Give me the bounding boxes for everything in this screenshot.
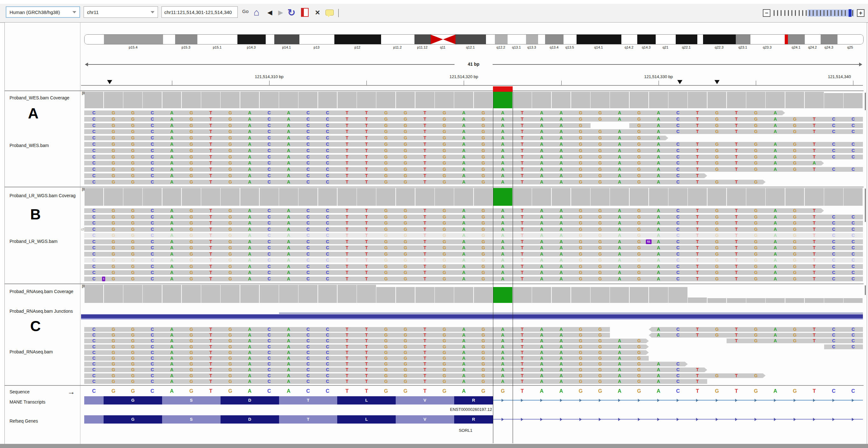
sequence-track[interactable]: CGGCAGTGACACCTTGGTGAGGTAAGGAGACTGTGAGTCC (0, 387, 868, 395)
read[interactable]: CGGCAGTGACACCTTGGTGAGATAAGGAGACTGTGAGTCC (84, 221, 863, 226)
resize-close-icon[interactable]: × (312, 7, 323, 18)
chat-bubble-icon[interactable] (324, 7, 335, 18)
ruler-marker-triangle[interactable] (714, 80, 720, 84)
zoom-tick[interactable] (831, 10, 832, 16)
zoom-tick[interactable] (795, 10, 796, 16)
read[interactable]: CGGCAGTGACACCTTGGTGAGATAAGG (84, 333, 610, 338)
zoom-current-level[interactable] (848, 9, 851, 17)
track-label-rnaseq-junctions[interactable]: Probad_RNAseq.bam Junctions (9, 309, 73, 314)
go-button[interactable]: Go (240, 8, 250, 14)
ideogram-bar[interactable] (84, 34, 864, 44)
read[interactable]: GACTGTGAGTCC (629, 123, 863, 128)
insertion-marker[interactable]: 51 (646, 239, 652, 244)
read[interactable]: CGGCAGTGACACCTTGGTGAGATAAGGAGACTGTGAGTCC (84, 264, 863, 269)
zoom-tick[interactable] (852, 10, 853, 16)
home-icon[interactable]: ⌂ (251, 7, 262, 18)
variant-region-marker[interactable] (493, 87, 513, 92)
genome-select[interactable]: Human (GRCh38/hg38) (6, 6, 80, 18)
back-icon[interactable]: ◀ (265, 7, 275, 18)
define-region-icon[interactable] (300, 7, 310, 18)
read[interactable]: CGGCAGTGACACCTTGGTGAGATAAGGAGACTGTGAGTCC (84, 270, 863, 275)
read[interactable]: CGGCAGTGACACCTTGGTGAGATAAGGAG (84, 344, 649, 349)
zoom-tick[interactable] (809, 10, 810, 16)
refresh-icon[interactable]: ↻ (286, 7, 297, 18)
insertion-marker[interactable]: I (102, 277, 105, 281)
read[interactable]: CC (824, 344, 863, 349)
read[interactable]: CGGCAGTGACACCTTGGTGAGATAAGGAGACTGTGAGTCC (84, 148, 863, 153)
read[interactable]: CGGCAGTGACACCTTGGTGAGATAAGGAGACTGTGAGTCC (84, 277, 863, 281)
read[interactable]: CGGCAGTGACACCTTGGTGAGATAAGGAGAC (84, 361, 688, 367)
read[interactable]: CGGCAGTGACACCTTGGTGAGATAAGGAGACTGTGAGTCC (84, 117, 863, 122)
mane-transcript-track[interactable]: GSDTLVR (0, 396, 868, 405)
coverage-track[interactable] (84, 92, 863, 108)
track-label-lrwgs-coverage[interactable]: Proband_LR_WGS.bam Coverag (9, 193, 75, 198)
read[interactable]: CGGCAGTGACACCTTGGTGAGATAAGGAGACTGTG (84, 180, 766, 184)
read[interactable]: CGGCAGTGACACCTTGGTGAGATAAGGAGACTGTGAGTCC (84, 227, 863, 232)
chromosome-select[interactable]: chr11 (84, 6, 158, 18)
junction-strip[interactable] (279, 312, 863, 314)
read[interactable]: CGGCAGTGACACCTTGGTGAGATAAG (84, 123, 591, 128)
zoom-tick[interactable] (824, 10, 825, 16)
zoom-tick[interactable] (774, 10, 775, 16)
read[interactable]: CGGCAGTGACACCTTGGTGAGATAAGGAGACT (84, 367, 707, 372)
zoom-tick[interactable] (838, 10, 839, 16)
read[interactable]: CGGCAGTGACACCTTGGTGAGATAAGGAGACTGTGAGTCC (84, 258, 863, 263)
zoom-slider[interactable] (773, 9, 855, 17)
zoom-tick[interactable] (802, 10, 803, 16)
read-base: C (259, 264, 279, 269)
zoom-tick[interactable] (845, 10, 846, 16)
zoom-tick[interactable] (788, 10, 789, 16)
read[interactable]: CGGCAGTGACACCTTGGTGAGATAAGGAGACTGTGAGTCC (84, 142, 863, 147)
track-label-rnaseq-coverage[interactable]: Probad_RNAseq.bam Coverage (9, 289, 73, 294)
forward-icon[interactable]: ▶ (275, 7, 286, 18)
zoom-tick[interactable] (834, 10, 835, 16)
read[interactable]: CGGCAGTGACACCTTGGTGAGATAAGGAGACTGTGAGA (84, 161, 824, 165)
read[interactable]: CGGCAGTGACACCTTGGTGAGATAAGGAGA (84, 136, 669, 140)
scrollbar-mark[interactable] (865, 93, 866, 110)
zoom-tick[interactable] (816, 10, 817, 16)
locus-input[interactable] (161, 6, 238, 18)
zoom-tick[interactable] (806, 10, 807, 16)
read[interactable]: CGGCAGTGACACCTTGGTGAGATAAGGAG (84, 356, 649, 361)
read[interactable]: CGGCAGTGACACCTTGGTGAGATAAGG (84, 327, 610, 332)
refseq-gene-track[interactable]: GSDTLVR (0, 415, 868, 424)
read[interactable]: CGGCAGTGACACCTTGGTGAGATAAGGAGACTGTGA (84, 110, 785, 115)
zoom-tick[interactable] (784, 10, 785, 16)
zoom-tick[interactable] (827, 10, 828, 16)
read[interactable]: CGGCAGTGACACCTTGGTGAGATAAGGAG (84, 350, 649, 355)
zoom-tick[interactable] (792, 10, 793, 16)
read[interactable]: CGGCAGTGACACCTTGGTGAGATAAGGAGACTGTGAGTCC (84, 129, 863, 134)
read[interactable]: CGGCAGTGACACCTTGGTGAGATAAGGAGACT (84, 173, 707, 178)
read[interactable]: CGGCAGTGACACCTTGGTGAGATAAGGAGACTGTGAGTCC (84, 239, 863, 244)
read[interactable]: ACTGTGAGTCC (649, 327, 863, 332)
zoom-in-button[interactable]: + (857, 9, 865, 17)
read[interactable]: CGGCAGTGACACCTTGGTGAGATAAGGAGACTGTGAGT (84, 208, 824, 213)
ruler-marker-triangle[interactable] (677, 80, 682, 84)
read[interactable]: CGGCAGTGACACCTTGGTGAGATAAGGAG (84, 339, 649, 343)
read[interactable]: CGGCAGTGACACCTTGGTGAGATAAGGAGACTGTGAGTCC (84, 215, 863, 219)
zoom-tick[interactable] (841, 10, 842, 16)
read-base: A (610, 148, 629, 153)
junction-track[interactable] (81, 314, 863, 318)
scrollbar-mark[interactable] (865, 285, 866, 295)
read[interactable]: CGGCAGTGACACCTTGGTGAGATAAGGAGACTGTGAGTCC (84, 154, 863, 160)
read[interactable]: CGGCAGTGACACCTTGGTGAGATAAGGAGACTGTG (84, 373, 766, 378)
coverage-track[interactable] (84, 188, 863, 206)
zoom-out-button[interactable]: − (763, 9, 770, 17)
zoom-tick[interactable] (820, 10, 821, 16)
zoom-tick[interactable] (799, 10, 800, 16)
read[interactable]: ACTGTGAGTCC (649, 333, 863, 338)
zoom-tick[interactable] (813, 10, 814, 16)
read[interactable]: TGAGTCC (726, 339, 863, 343)
read[interactable]: CGGCAGTGACACCTTGGTGAGATAAGGAGACTGTGAGTCC (84, 252, 863, 256)
read[interactable]: CGGCAGTGACACCTTGGTGAGATAAGGAGACT (84, 379, 707, 384)
ruler-marker-triangle[interactable] (107, 80, 112, 84)
track-label-wes-coverage[interactable]: Proband_WES.bam Coverage (9, 95, 69, 100)
zoom-tick[interactable] (777, 10, 778, 16)
scrollbar-mark[interactable] (865, 188, 866, 222)
read[interactable]: CGGCAGTGACACCTTGGTGAGATAAGGAGACTGTGAGTCC (84, 245, 863, 250)
read[interactable]: CGGCAGTGACACCTTGGTGAGATAAGGAGACTGTGAGTCC (84, 167, 863, 172)
zoom-tick[interactable] (781, 10, 781, 16)
coverage-track[interactable] (84, 285, 863, 303)
read[interactable]: CGGCAGTGACACCTTGGTGAGATAAGGAGACTGTGAGTCC (84, 233, 863, 238)
